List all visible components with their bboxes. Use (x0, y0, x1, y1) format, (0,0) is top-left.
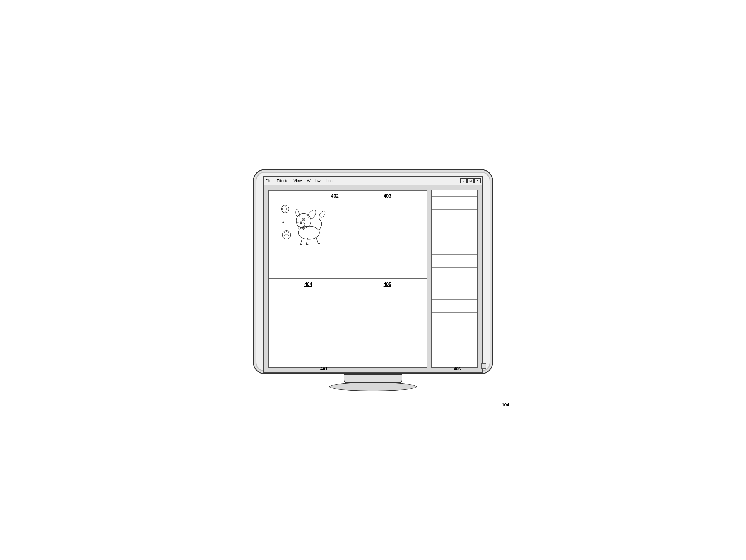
side-row (432, 197, 477, 203)
restore-icon: ⊟ (469, 179, 472, 182)
menu-items: File Effects View Window Help (265, 179, 334, 183)
menu-window[interactable]: Window (307, 179, 320, 183)
cell-label-403: 403 (383, 194, 392, 199)
dog-illustration (277, 196, 330, 248)
minimize-icon: □ (463, 179, 464, 182)
svg-point-0 (281, 205, 289, 212)
close-icon: ✕ (476, 179, 479, 182)
menu-view[interactable]: View (293, 179, 302, 183)
side-row (432, 242, 477, 248)
cell-label-404: 404 (305, 282, 312, 287)
side-row (432, 223, 477, 229)
side-row (432, 300, 477, 306)
menu-effects[interactable]: Effects (277, 179, 288, 183)
arrow-104 (476, 388, 493, 406)
svg-line-6 (288, 235, 289, 236)
power-button[interactable] (481, 363, 486, 369)
side-row (432, 216, 477, 223)
svg-line-7 (284, 235, 285, 236)
side-row (432, 248, 477, 255)
menu-help[interactable]: Help (326, 179, 334, 183)
cell-label-402: 402 (331, 194, 339, 199)
ref-label-401: 401 (320, 366, 327, 371)
side-row (432, 235, 477, 242)
minimize-button[interactable]: □ (460, 178, 467, 183)
arrow-401 (325, 357, 325, 366)
side-row (432, 287, 477, 293)
arrow-406 (440, 343, 469, 372)
ref-label-104: 104 (502, 402, 509, 407)
menu-bar: File Effects View Window Help □ ⊟ ✕ (263, 177, 483, 185)
side-row (432, 306, 477, 313)
cell-label-405: 405 (383, 282, 392, 287)
window-controls: □ ⊟ ✕ (460, 178, 481, 183)
side-row (432, 281, 477, 287)
side-row (432, 190, 477, 197)
restore-button[interactable]: ⊟ (467, 178, 474, 183)
grid-panel: 402 (268, 190, 427, 368)
grid-cell-404: 404 (269, 279, 348, 367)
svg-point-14 (303, 219, 305, 220)
svg-point-12 (300, 222, 303, 224)
side-row (432, 274, 477, 281)
grid-cell-405: 405 (348, 279, 427, 367)
monitor-base (329, 382, 417, 391)
side-row (432, 293, 477, 300)
side-row (432, 313, 477, 319)
grid-cell-403: 403 (348, 190, 427, 279)
svg-marker-3 (285, 231, 288, 235)
close-button[interactable]: ✕ (474, 178, 481, 183)
side-row (432, 255, 477, 261)
side-row (432, 203, 477, 210)
side-row (432, 210, 477, 216)
side-panel (431, 190, 478, 368)
side-row (432, 229, 477, 235)
grid-cell-402: 402 (269, 190, 348, 279)
menu-file[interactable]: File (265, 179, 271, 183)
monitor-wrapper: File Effects View Window Help □ ⊟ ✕ (253, 169, 493, 391)
side-row (432, 261, 477, 268)
side-row (432, 268, 477, 274)
monitor-stand (344, 374, 402, 383)
svg-point-1 (282, 221, 284, 223)
